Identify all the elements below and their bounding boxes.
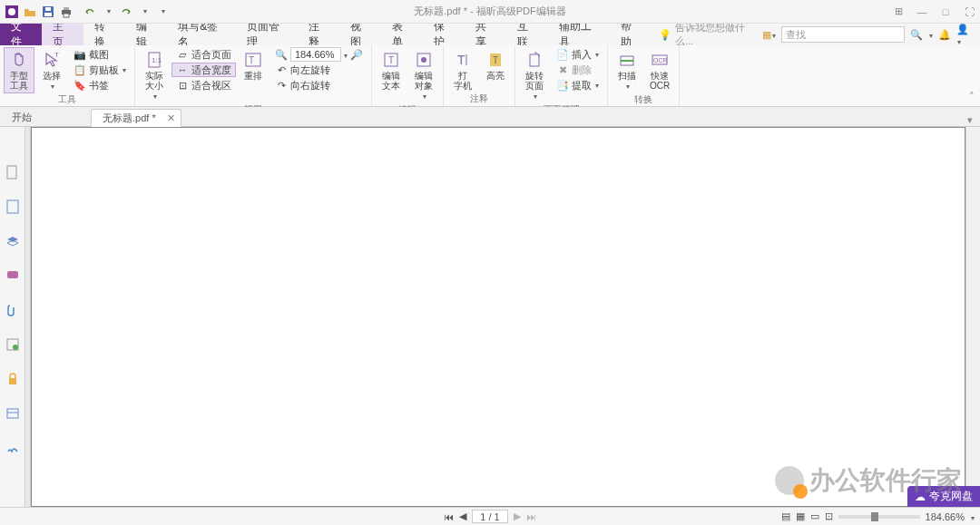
extract-page-button[interactable]: 📑提取 [552,78,603,92]
clipboard-button[interactable]: 📋剪贴板 [69,63,131,77]
camera-icon: 📷 [74,48,86,61]
minimize-icon[interactable]: — [915,5,929,19]
fit-width-button[interactable]: ↔适合宽度 [172,63,236,77]
scan-button[interactable]: 扫描 [612,47,642,94]
redo-icon[interactable] [118,4,134,20]
hand-icon [9,50,29,70]
find-box[interactable]: 查找 [781,26,905,43]
bell-icon[interactable]: 🔔 [938,29,951,41]
status-zoom-dropdown[interactable] [970,511,975,522]
actual-size-button[interactable]: 1:1 实际 大小 [139,47,170,104]
snapshot-button[interactable]: 📷截图 [69,47,131,62]
fit-visible-button[interactable]: ⊡适合视区 [172,78,236,92]
view-mode-4-icon[interactable]: ⊡ [825,510,833,522]
search-icon[interactable]: 🔍 [910,29,923,41]
fit-page-button[interactable]: ▱适合页面 [172,47,236,62]
delete-page-button[interactable]: ✖删除 [552,63,603,77]
reflow-button[interactable]: T 重排 [238,47,269,83]
fullscreen-icon[interactable]: ⛶ [962,5,976,19]
zoom-in-icon[interactable]: 🔎 [350,48,363,61]
bookmark-icon: 🔖 [74,79,86,92]
rotate-left-button[interactable]: ↶向左旋转 [270,63,368,77]
panel-comments-icon[interactable] [4,267,22,285]
delete-icon: ✖ [556,63,569,76]
select-button[interactable]: T 选择 [36,47,67,94]
app-grid-icon[interactable]: ⊞ [891,5,906,19]
page-number-box[interactable]: 1 / 1 [472,510,507,523]
ocr-button[interactable]: OCR 快速 OCR [644,47,675,93]
edit-text-button[interactable]: T 编辑 文本 [376,47,407,93]
menu-file[interactable]: 文件 [0,24,42,45]
tell-me[interactable]: 💡 告诉我您想做什么... [652,24,762,45]
menu-form[interactable]: 表单 [381,24,423,45]
redo-dropdown[interactable] [136,4,152,20]
panel-fields-icon[interactable] [4,404,22,423]
panel-layers-icon[interactable] [4,232,22,250]
svg-text:T: T [249,55,254,65]
user-icon[interactable]: 👤 [956,24,973,46]
zoom-slider-thumb[interactable] [871,512,878,521]
save-icon[interactable] [40,4,56,20]
prev-page-icon[interactable]: ◀ [459,510,466,522]
menu-edit[interactable]: 编辑 [125,24,167,45]
toolbox-icon[interactable]: ▦ [762,29,776,41]
zoom-out-icon[interactable]: 🔍 [275,48,288,61]
view-mode-2-icon[interactable]: ▦ [796,510,805,522]
zoom-dropdown[interactable] [343,49,348,60]
menu-fill[interactable]: 填写&签名 [167,24,235,45]
close-tab-icon[interactable]: ✕ [167,112,175,124]
rotate-pages-button[interactable]: 旋转 页面 [519,47,550,104]
menu-home[interactable]: 主页 [42,24,83,45]
panel-signatures-icon[interactable] [4,335,22,354]
menu-connect[interactable]: 互联 [506,24,548,45]
quark-badge[interactable]: ☁ 夸克网盘 [907,486,980,507]
typewriter-button[interactable]: T 打 字机 [447,47,478,93]
menu-share[interactable]: 共享 [465,24,506,45]
panel-security-icon[interactable] [4,370,22,388]
panel-bookmarks-icon[interactable] [4,198,22,216]
print-icon[interactable] [58,4,74,20]
panel-pages-icon[interactable] [4,163,22,181]
tab-document[interactable]: 无标题.pdf * ✕ [91,109,181,127]
first-page-icon[interactable]: ⏮ [444,511,454,522]
status-zoom-value[interactable]: 184.66% [926,511,965,522]
menu-help[interactable]: 帮助 [610,24,652,45]
last-page-icon[interactable]: ⏭ [526,511,536,522]
app-logo-icon [4,4,20,20]
view-mode-1-icon[interactable]: ▤ [781,510,790,522]
hand-tool-button[interactable]: 手型 工具 [4,47,34,93]
view-mode-3-icon[interactable]: ▭ [810,510,819,522]
vertical-scrollbar[interactable] [965,127,980,507]
panel-sign-icon[interactable] [4,439,22,457]
zoom-slider[interactable] [838,515,920,519]
rotate-right-button[interactable]: ↷向右旋转 [270,78,368,92]
undo-icon[interactable] [82,4,98,20]
zoom-value[interactable]: 184.66% [290,47,341,62]
edit-object-button[interactable]: 编辑 对象 [408,47,439,104]
ribbon-group-pageorg: 旋转 页面 📄插入 ✖删除 📑提取 页面管理 [515,45,608,106]
panel-attachments-icon[interactable] [4,301,22,319]
tab-start[interactable]: 开始 [0,108,91,126]
menu-protect[interactable]: 保护 [423,24,465,45]
title-bar: 无标题.pdf * - 福昕高级PDF编辑器 ⊞ — □ ⛶ [0,0,980,24]
next-page-icon[interactable]: ▶ [514,510,521,522]
insert-page-button[interactable]: 📄插入 [552,47,603,62]
menu-convert[interactable]: 转换 [83,24,125,45]
document-canvas[interactable] [31,127,965,507]
ribbon-collapse-icon[interactable]: ˄ [969,91,975,102]
menu-pageorg[interactable]: 页面管理 [236,24,298,45]
highlight-button[interactable]: T 高亮 [480,47,511,83]
maximize-icon[interactable]: □ [938,5,953,19]
qat-customize[interactable] [154,4,171,20]
main-area [0,127,980,507]
open-icon[interactable] [22,4,38,20]
bulb-icon: 💡 [659,29,671,41]
tabs-menu-icon[interactable]: ▾ [960,114,980,126]
bookmark-button[interactable]: 🔖书签 [69,78,131,92]
fit-width-icon: ↔ [176,63,189,76]
search-dropdown[interactable] [928,29,933,40]
undo-dropdown[interactable] [100,4,116,20]
menu-view[interactable]: 视图 [339,24,381,45]
menu-comment[interactable]: 注释 [298,24,339,45]
menu-access[interactable]: 辅助工具 [548,24,610,45]
